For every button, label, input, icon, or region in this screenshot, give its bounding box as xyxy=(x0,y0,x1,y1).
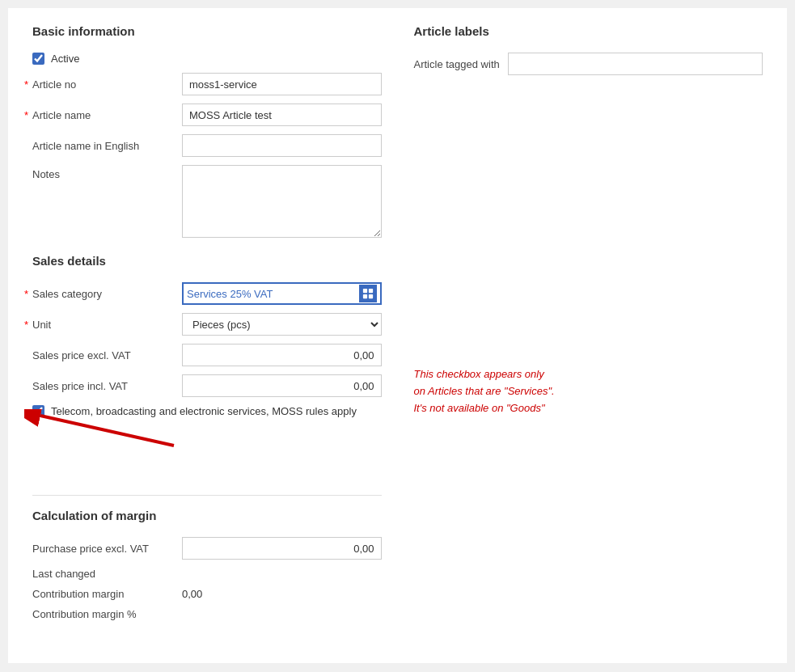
left-column: Basic information Active Article no Arti… xyxy=(32,24,382,628)
contribution-margin-pct-label: Contribution margin % xyxy=(32,608,182,620)
sales-category-label: Sales category xyxy=(32,288,182,300)
article-tagged-row: Article tagged with xyxy=(414,53,763,75)
sales-category-link[interactable]: Services 25% VAT xyxy=(187,288,359,300)
svg-rect-0 xyxy=(362,289,366,293)
sales-price-excl-label: Sales price excl. VAT xyxy=(32,349,182,361)
sales-price-excl-row: Sales price excl. VAT xyxy=(32,344,382,366)
article-tagged-label: Article tagged with xyxy=(414,58,500,70)
sales-category-row: Sales category Services 25% VAT xyxy=(32,282,382,305)
sales-details-title: Sales details xyxy=(32,254,382,271)
article-name-english-label: Article name in English xyxy=(32,140,182,152)
purchase-price-row: Purchase price excl. VAT xyxy=(32,537,382,560)
notes-textarea[interactable] xyxy=(182,165,382,238)
active-row: Active xyxy=(32,53,382,65)
sales-price-incl-row: Sales price incl. VAT xyxy=(32,374,382,397)
article-no-label: Article no xyxy=(32,78,182,91)
article-tags-input[interactable] xyxy=(508,53,763,75)
sales-category-wrapper[interactable]: Services 25% VAT xyxy=(182,282,382,305)
last-changed-label: Last changed xyxy=(32,568,182,580)
contribution-margin-row: Contribution margin 0,00 xyxy=(32,588,382,600)
annotation-arrow-svg xyxy=(24,409,202,454)
annotation-text-block: This checkbox appears only on Articles t… xyxy=(414,366,763,416)
contribution-margin-label: Contribution margin xyxy=(32,588,182,600)
article-name-english-input[interactable] xyxy=(182,134,382,157)
last-changed-row: Last changed xyxy=(32,568,382,580)
article-no-row: Article no xyxy=(32,73,382,95)
article-labels-title: Article labels xyxy=(414,24,763,41)
notes-row: Notes xyxy=(32,165,382,238)
sales-price-excl-input[interactable] xyxy=(182,344,382,366)
svg-rect-2 xyxy=(362,294,366,298)
purchase-price-label: Purchase price excl. VAT xyxy=(32,543,182,555)
unit-row: Unit Pieces (pcs) Hours Days kg xyxy=(32,313,382,336)
unit-select[interactable]: Pieces (pcs) Hours Days kg xyxy=(182,313,382,336)
notes-label: Notes xyxy=(32,165,182,180)
annotation-area xyxy=(32,433,382,482)
unit-label: Unit xyxy=(32,319,182,331)
article-name-label: Article name xyxy=(32,109,182,121)
article-name-english-row: Article name in English xyxy=(32,134,382,157)
svg-rect-3 xyxy=(368,294,372,298)
sales-price-incl-input[interactable] xyxy=(182,374,382,397)
right-column: Article labels Article tagged with This … xyxy=(414,24,763,628)
calculation-title: Calculation of margin xyxy=(32,509,382,526)
page-container: Basic information Active Article no Arti… xyxy=(8,8,787,663)
active-checkbox[interactable] xyxy=(32,53,44,65)
svg-line-5 xyxy=(40,416,174,446)
annotation-line2: on Articles that are "Services". xyxy=(414,385,555,397)
article-name-input[interactable] xyxy=(182,104,382,126)
purchase-price-input[interactable] xyxy=(182,537,382,560)
section-separator xyxy=(32,495,382,496)
contribution-margin-value: 0,00 xyxy=(182,588,202,600)
active-label: Active xyxy=(51,53,79,65)
sales-price-incl-label: Sales price incl. VAT xyxy=(32,380,182,392)
annotation-line1: This checkbox appears only xyxy=(414,368,544,380)
sales-category-picker-icon[interactable] xyxy=(359,285,377,302)
article-name-row: Article name xyxy=(32,104,382,126)
basic-info-title: Basic information xyxy=(32,24,382,41)
contribution-margin-pct-row: Contribution margin % xyxy=(32,608,382,620)
article-no-input[interactable] xyxy=(182,73,382,95)
svg-rect-1 xyxy=(368,289,372,293)
annotation-line3: It's not available on "Goods" xyxy=(414,402,545,414)
